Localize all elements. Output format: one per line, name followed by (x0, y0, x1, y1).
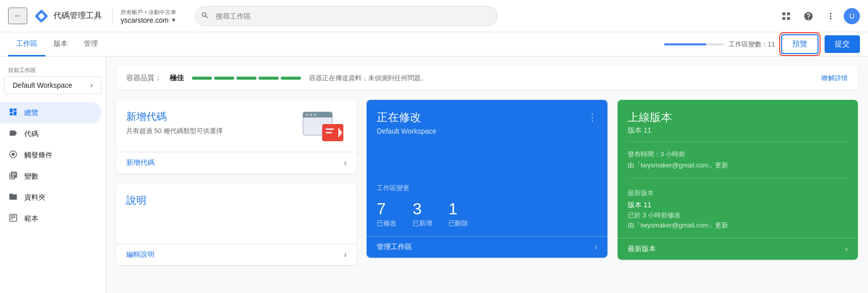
breadcrumb-parent: 所有帳戶 › 泳動中古車 (121, 8, 177, 16)
sidebar-item-triggers[interactable]: 觸發條件 (0, 145, 101, 166)
description-chevron: › (344, 250, 346, 259)
header-actions: U (777, 7, 860, 25)
sidebar-item-label-overview: 總覽 (24, 108, 38, 118)
editing-more-button[interactable]: ⋮ (587, 111, 597, 123)
search-input[interactable] (195, 6, 498, 26)
sidebar-item-variables[interactable]: 變數 (0, 166, 101, 187)
sidebar-item-templates[interactable]: 範本 (0, 208, 101, 229)
user-avatar[interactable]: U (844, 8, 860, 24)
changes-progress-bar (664, 43, 725, 45)
editing-card: 正在修改 Default Workspace ⋮ 工作區變更 7 已修改 (367, 100, 607, 258)
quality-segment-2 (214, 77, 234, 80)
tab-version[interactable]: 版本 (45, 33, 76, 56)
tag-illustration (302, 110, 346, 146)
change-stat-label-2: 已刪除 (448, 219, 468, 228)
change-stat-label-1: 已新增 (413, 219, 432, 228)
quality-learn-more-link[interactable]: 瞭解詳情 (822, 74, 848, 83)
live-version-card: 上線版本 版本 11 發布時間：3 小時前 由「twysmaker@gmail.… (618, 100, 858, 260)
quality-segment-3 (236, 77, 257, 80)
breadcrumb: 所有帳戶 › 泳動中古車 yscarstore.com ▼ (112, 8, 177, 24)
live-latest-time: 已於 3 小時前修改 (628, 211, 848, 220)
workspace-changes-bar: 工作區變數：11 (664, 40, 775, 49)
google-tag-manager-icon (33, 8, 49, 24)
grid-icon-button[interactable] (777, 7, 795, 25)
quality-value: 極佳 (170, 74, 184, 83)
change-stat-2: 1 已刪除 (448, 201, 468, 228)
app-title: 代碼管理工具 (54, 11, 102, 21)
help-icon-button[interactable] (799, 7, 818, 25)
left-column: 新增代碼 共有超過 50 種代碼類型可供選擇 (116, 100, 356, 265)
live-publish-by: 由「twysmaker@gmail.com」更新 (628, 161, 848, 170)
editing-changes-label: 工作區變更 (377, 184, 597, 193)
change-stat-label-0: 已修改 (377, 219, 396, 228)
breadcrumb-domain-selector[interactable]: yscarstore.com ▼ (121, 16, 177, 24)
sidebar-item-label-triggers: 觸發條件 (24, 151, 53, 160)
svg-rect-6 (303, 115, 332, 118)
live-latest-label: 最新版本 (628, 189, 848, 198)
variables-icon (8, 171, 18, 182)
domain-label: yscarstore.com (121, 16, 169, 24)
change-stat-1: 3 已新增 (413, 201, 432, 228)
sidebar-item-label-variables: 變數 (24, 172, 38, 181)
svg-point-7 (306, 113, 308, 115)
tab-admin[interactable]: 管理 (76, 33, 106, 56)
add-tag-card: 新增代碼 共有超過 50 種代碼類型可供選擇 (116, 100, 356, 173)
editing-chevron: › (594, 243, 597, 252)
sidebar-item-tags[interactable]: 代碼 (0, 124, 101, 145)
quality-segment-4 (259, 77, 279, 80)
page-body: 目前工作區 Default Workspace › 總覽 代碼 (0, 56, 868, 293)
sidebar-section-label: 目前工作區 (0, 63, 106, 76)
add-tag-chevron: › (344, 158, 346, 167)
preview-button[interactable]: 預覽 (781, 34, 819, 54)
app-logo: 代碼管理工具 (33, 8, 102, 24)
sidebar-item-label-tags: 代碼 (24, 130, 38, 139)
editing-link[interactable]: 管理工作區 (377, 243, 412, 252)
live-version-chevron: › (845, 245, 848, 254)
live-version-link[interactable]: 最新版本 (628, 245, 656, 254)
submit-button[interactable]: 提交 (825, 35, 860, 53)
quality-description: 容器正在傳送資料，未偵測到任何問題。 (309, 74, 427, 83)
back-button[interactable]: ← (8, 8, 27, 24)
overview-icon (8, 107, 18, 119)
description-card: 說明 編輯說明 › (116, 184, 356, 265)
description-link[interactable]: 編輯說明 (126, 250, 155, 259)
sidebar-item-label-templates: 範本 (24, 214, 38, 223)
quality-bar-segments (192, 77, 301, 80)
quality-segment-1 (192, 77, 212, 80)
more-icon-button[interactable] (822, 7, 840, 25)
editing-workspace: Default Workspace (377, 127, 436, 135)
live-version-footer[interactable]: 最新版本 › (618, 238, 858, 260)
live-latest-version: 版本 11 (628, 201, 848, 210)
svg-point-8 (310, 113, 312, 115)
workspace-name: Default Workspace (13, 81, 72, 89)
change-stat-number-0: 7 (377, 201, 396, 217)
search-icon (201, 11, 209, 21)
editing-footer[interactable]: 管理工作區 › (367, 236, 607, 258)
templates-icon (8, 213, 18, 224)
svg-point-9 (314, 113, 316, 115)
description-title: 說明 (126, 194, 346, 207)
cards-container: 新增代碼 共有超過 50 種代碼類型可供選擇 (116, 100, 858, 265)
live-version-title: 上線版本 (628, 110, 848, 125)
chevron-right-icon: › (90, 81, 93, 90)
sidebar-item-label-folders: 資料夾 (24, 193, 45, 202)
add-tag-link[interactable]: 新增代碼 (126, 158, 155, 167)
folders-icon (8, 192, 18, 203)
quality-segment-5 (281, 77, 301, 80)
add-tag-footer[interactable]: 新增代碼 › (116, 152, 356, 173)
description-footer[interactable]: 編輯說明 › (116, 244, 356, 265)
live-publish-time: 發布時間：3 小時前 (628, 150, 848, 159)
sidebar-item-folders[interactable]: 資料夾 (0, 187, 101, 208)
change-stat-0: 7 已修改 (377, 201, 396, 228)
add-tag-title: 新增代碼 (126, 110, 223, 124)
tab-workspace[interactable]: 工作區 (8, 33, 45, 56)
live-latest-by: 由「twysmaker@gmail.com」更新 (628, 221, 848, 230)
search-bar[interactable] (195, 6, 498, 26)
editing-title: 正在修改 (377, 110, 436, 125)
sidebar-item-overview[interactable]: 總覽 (0, 102, 101, 124)
tags-icon (8, 129, 18, 140)
toolbar-tabs: 工作區 版本 管理 (8, 32, 106, 56)
svg-point-3 (12, 153, 15, 156)
workspace-selector[interactable]: Default Workspace › (4, 76, 101, 94)
triggers-icon (8, 150, 18, 161)
